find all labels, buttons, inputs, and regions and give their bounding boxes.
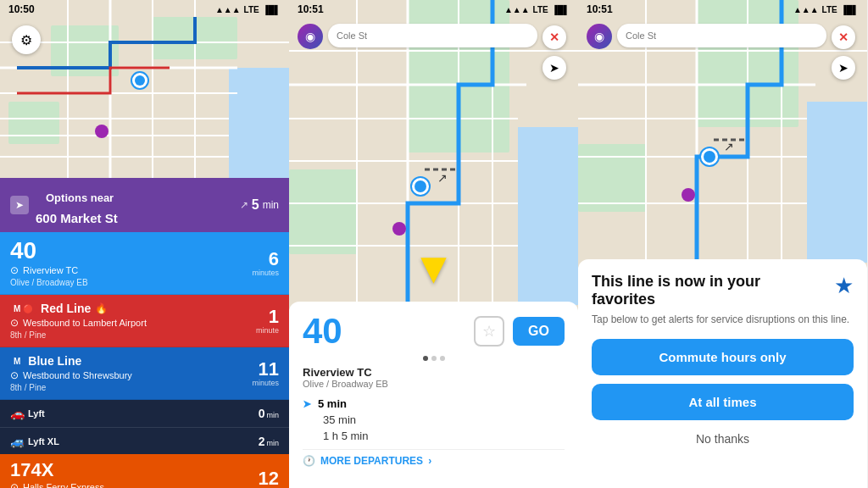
go-button[interactable]: GO: [513, 317, 565, 346]
close-icon-3: ✕: [838, 30, 849, 44]
lte-label-2: LTE: [533, 5, 548, 14]
lyft-xl-label: Lyft XL: [28, 436, 59, 446]
status-bar-2: 10:51 ▲▲▲ LTE ▐█▌: [289, 0, 578, 19]
compass-icon-3: ➤: [838, 61, 849, 75]
dot-indicators: [303, 356, 565, 361]
battery-icon-3: ▐█▌: [841, 5, 859, 14]
battery-icon-1: ▐█▌: [263, 5, 281, 14]
compass-button-3[interactable]: ➤: [832, 56, 855, 80]
address-label: 600 Market St: [36, 211, 124, 225]
svg-point-17: [95, 125, 108, 138]
signal-icon-1: ▲▲▲: [215, 5, 241, 14]
siri-icon-3: ◉: [587, 24, 612, 49]
svg-text:↗: ↗: [437, 171, 448, 185]
more-departures[interactable]: 🕐 MORE DEPARTURES ›: [303, 449, 565, 467]
star-button[interactable]: ☆: [474, 316, 504, 347]
metro-badge-red: M 🔴: [10, 303, 36, 314]
at-all-times-button[interactable]: At all times: [592, 384, 854, 420]
route-circle-icon-174x: ⊙: [10, 481, 19, 488]
svg-rect-21: [518, 127, 578, 305]
route-destination: Riverview TC: [303, 366, 565, 379]
lyft-xl-icon: 🚙: [10, 435, 25, 448]
route-mins-174x: 12: [252, 469, 279, 488]
transit-list: ➤ Options near 600 Market St ↗ 5 min 40 …: [0, 178, 289, 488]
options-near-label: Options near: [36, 185, 124, 211]
route-dest-blue: Westbound to Shrewsbury: [23, 370, 132, 380]
dep-time-1: 5 min: [318, 397, 347, 410]
status-icons-1: ▲▲▲ LTE ▐█▌: [215, 5, 281, 14]
siri-icon: ◉: [298, 24, 323, 49]
detail-actions: ☆ GO: [474, 316, 565, 347]
route-stop-red: 8th / Pine: [10, 330, 147, 340]
route-item-40[interactable]: 40 ⊙ Riverview TC Olive / Broadway EB 6 …: [0, 232, 289, 295]
time-1: 10:50: [8, 3, 35, 15]
route-name-174x: Halls Ferry Express: [23, 482, 104, 488]
route-mins-blue: 11: [252, 360, 279, 379]
departure-times: ➤ 5 min 35 min 1 h 5 min: [303, 396, 565, 444]
svg-rect-20: [289, 169, 357, 254]
svg-point-36: [392, 222, 406, 236]
svg-rect-39: [578, 144, 646, 212]
lyft-label: Lyft: [28, 408, 45, 419]
close-button-3[interactable]: ✕: [832, 25, 855, 49]
lyft-xl-mins-label: min: [266, 439, 279, 447]
route-mins-red: 1: [256, 308, 279, 326]
dep-time-3: 1 h 5 min: [323, 430, 368, 442]
no-thanks-button[interactable]: No thanks: [592, 429, 854, 449]
route-item-redline[interactable]: M 🔴 Red Line 🔥 ⊙ Westbound to Lambert Ai…: [0, 295, 289, 347]
search-bar-3[interactable]: Cole St: [617, 24, 826, 47]
route-number-174x: 174X: [10, 461, 104, 480]
nav-arrow-icon[interactable]: ➤: [10, 196, 29, 214]
compass-icon-2: ➤: [549, 61, 559, 75]
route-mins-label-red: minute: [256, 326, 279, 335]
svg-point-34: [415, 180, 426, 192]
favorites-star: ★: [834, 273, 854, 299]
route-stop-blue: 8th / Pine: [10, 383, 132, 392]
search-bar-2[interactable]: Cole St: [328, 24, 537, 47]
route-subtitle: Olive / Broadway EB: [303, 379, 565, 389]
route-number-big: 40: [303, 313, 342, 349]
lyft-xl-item[interactable]: 🚙 Lyft XL 2 min: [0, 427, 289, 454]
route-mins-label-blue: minutes: [252, 379, 279, 387]
commute-hours-button[interactable]: Commute hours only: [592, 339, 854, 375]
route-detail-panel: 40 ☆ GO Riverview TC Olive / Broadway EB…: [289, 302, 578, 488]
compass-button-2[interactable]: ➤: [542, 56, 566, 80]
route-item-blueline[interactable]: M Blue Line ⊙ Westbound to Shrewsbury 8t…: [0, 347, 289, 400]
time-3: 10:51: [587, 3, 613, 15]
gear-icon: ⚙: [20, 32, 32, 48]
signal-icon-3: ▲▲▲: [793, 5, 819, 14]
svg-point-16: [135, 75, 145, 86]
route-mins-label-40: minutes: [252, 269, 279, 277]
wifi-icon-1: LTE: [244, 5, 259, 14]
status-bar-1: 10:50 ▲▲▲ LTE ▐█▌: [0, 0, 289, 19]
lyft-icon: 🚗: [10, 407, 25, 420]
dep-arrow-1: ➤: [303, 398, 311, 410]
panel-transit-list: 10:50 ▲▲▲ LTE ▐█▌ ⚙ ➤ Options near 600 M…: [0, 0, 289, 488]
map-area-1: [0, 0, 289, 195]
battery-icon-2: ▐█▌: [552, 5, 570, 14]
favorites-header: This line is now in your favorites ★: [592, 273, 854, 308]
svg-rect-40: [807, 102, 867, 263]
redline-name: Red Line: [41, 302, 91, 315]
favorites-title: This line is now in your favorites: [592, 273, 795, 308]
favorites-subtitle: Tap below to get alerts for service disr…: [592, 313, 854, 325]
signal-icon-2: ▲▲▲: [504, 5, 530, 14]
dep-item-3: 1 h 5 min: [303, 428, 565, 444]
route-name-40: Riverview TC: [23, 265, 78, 275]
route-item-174x[interactable]: 174X ⊙ Halls Ferry Express Olive / Broad…: [0, 454, 289, 488]
status-icons-2: ▲▲▲ LTE ▐█▌: [504, 5, 570, 14]
lyft-item[interactable]: 🚗 Lyft 0 min: [0, 400, 289, 427]
dep-item-2: 35 min: [303, 412, 565, 428]
dot-2: [431, 356, 437, 361]
route-number-40: 40: [10, 239, 88, 263]
status-icons-3: ▲▲▲ LTE ▐█▌: [793, 5, 859, 14]
gear-button[interactable]: ⚙: [12, 25, 41, 54]
route-circle-icon-red: ⊙: [10, 317, 19, 329]
route-mins-40: 6: [252, 250, 279, 269]
svg-point-52: [704, 151, 715, 163]
close-button-2[interactable]: ✕: [542, 25, 566, 49]
route-detail-header: 40 ☆ GO: [303, 313, 565, 349]
route-stop-40: Olive / Broadway EB: [10, 278, 88, 287]
options-header: ➤ Options near 600 Market St ↗ 5 min: [0, 178, 289, 232]
lte-label-3: LTE: [822, 5, 837, 14]
